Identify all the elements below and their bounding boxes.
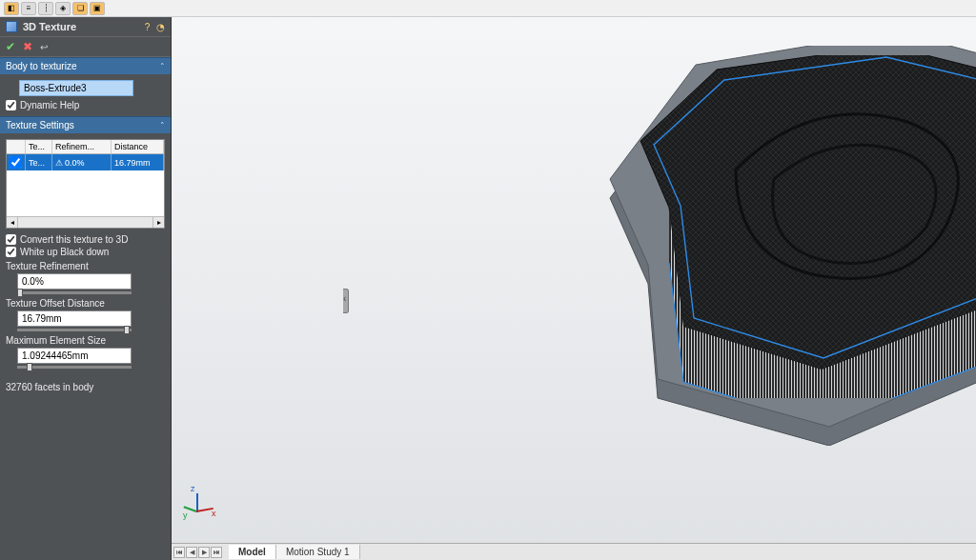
body-section-header[interactable]: Body to texturize ˄ — [0, 57, 171, 74]
table-empty-area — [7, 170, 164, 216]
maxel-input[interactable] — [17, 348, 132, 364]
panel-drag-handle[interactable] — [343, 289, 349, 313]
offset-label: Texture Offset Distance — [6, 298, 165, 309]
body-section-label: Body to texturize — [6, 61, 76, 71]
whiteup-label: White up Black down — [20, 247, 109, 257]
axis-x-label: x — [212, 509, 216, 518]
tab-next-icon[interactable]: ▶ — [198, 547, 210, 558]
row-refinement: 0.0% — [65, 158, 85, 168]
col-refinement[interactable]: Refinem... — [52, 140, 112, 153]
axis-y-label: y — [183, 510, 188, 520]
chevron-up-icon: ˄ — [160, 121, 165, 130]
texture-table: Te... Refinem... Distance Te... ⚠0.0% 16… — [6, 139, 165, 229]
table-hscroll[interactable]: ◂ ▸ — [7, 216, 164, 228]
toolbar-hierarchy-icon[interactable]: ┆ — [38, 2, 53, 15]
refinement-slider[interactable] — [17, 291, 132, 294]
tab-prev-icon[interactable]: ◀ — [186, 547, 197, 558]
tab-model[interactable]: Model — [229, 545, 276, 559]
toolbar-tree-icon[interactable]: ≡ — [21, 2, 36, 15]
toolbar-cube-icon[interactable]: ▣ — [90, 2, 105, 15]
warning-icon: ⚠ — [55, 158, 63, 168]
axis-z-label: z — [191, 484, 195, 493]
toolbar-target-icon[interactable]: ◈ — [55, 2, 71, 15]
row-te: Te... — [26, 154, 52, 170]
refinement-label: Texture Refinement — [6, 261, 165, 271]
body-selection-field[interactable]: Boss-Extrude3 — [19, 80, 133, 96]
refinement-input[interactable] — [17, 273, 132, 290]
panel-title-row: 3D Texture ? ◔ — [0, 17, 171, 36]
texture-settings-label: Texture Settings — [6, 120, 74, 130]
tab-motion-study[interactable]: Motion Study 1 — [276, 545, 360, 559]
row-checkbox[interactable] — [10, 156, 22, 169]
pin-button[interactable]: ↩ — [40, 42, 48, 52]
ok-button[interactable]: ✔ — [6, 40, 15, 53]
tab-last-icon[interactable]: ⏭ — [211, 547, 222, 558]
view-triad[interactable]: z x y — [183, 486, 217, 520]
svg-marker-5 — [640, 55, 976, 370]
help-expand-icon[interactable]: ◔ — [156, 22, 165, 32]
texture-settings-header[interactable]: Texture Settings ˄ — [0, 116, 171, 133]
help-icon[interactable]: ? — [145, 22, 151, 32]
maxel-label: Maximum Element Size — [6, 335, 165, 346]
tab-first-icon[interactable]: ⏮ — [173, 547, 185, 558]
property-panel: 3D Texture ? ◔ ✔ ✖ ↩ Body to texturize ˄… — [0, 17, 172, 560]
convert-label: Convert this texture to 3D — [20, 234, 128, 245]
scroll-right-icon[interactable]: ▸ — [152, 217, 164, 228]
offset-input[interactable] — [17, 310, 132, 327]
textured-mesh — [621, 55, 976, 398]
table-header-row: Te... Refinem... Distance — [7, 140, 164, 154]
feature-cube-icon — [6, 21, 17, 32]
panel-title: 3D Texture — [23, 21, 76, 32]
confirm-row: ✔ ✖ ↩ — [0, 36, 171, 57]
convert-checkbox[interactable] — [6, 234, 16, 245]
table-row[interactable]: Te... ⚠0.0% 16.79mm — [7, 154, 164, 170]
toolbar-palette-icon[interactable]: ◧ — [4, 2, 19, 15]
facets-count: 32760 facets in body — [0, 376, 171, 398]
bottom-tab-bar: ⏮ ◀ ▶ ⏭ Model Motion Study 1 — [172, 543, 976, 560]
offset-slider[interactable] — [17, 329, 132, 331]
toolbar-layers-icon[interactable]: ❏ — [72, 2, 88, 15]
row-distance: 16.79mm — [112, 154, 164, 170]
dynamic-help-checkbox[interactable] — [6, 100, 16, 110]
chevron-up-icon: ˄ — [160, 62, 165, 71]
dynamic-help-label: Dynamic Help — [20, 100, 79, 110]
whiteup-checkbox[interactable] — [6, 247, 16, 257]
graphics-viewport[interactable]: z x y ⏮ ◀ ▶ ⏭ Model Motion Study 1 — [172, 17, 976, 560]
scroll-left-icon[interactable]: ◂ — [7, 217, 18, 228]
top-toolbar: ◧ ≡ ┆ ◈ ❏ ▣ — [0, 0, 976, 17]
col-distance[interactable]: Distance — [112, 140, 164, 153]
maxel-slider[interactable] — [17, 366, 132, 369]
cancel-button[interactable]: ✖ — [23, 40, 32, 53]
model-preview — [591, 46, 976, 455]
col-te[interactable]: Te... — [26, 140, 52, 153]
